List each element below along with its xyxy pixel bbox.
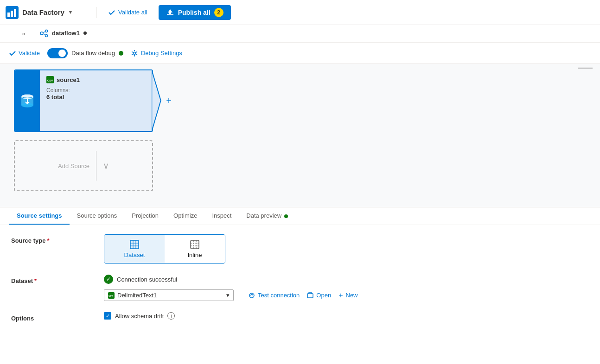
- svg-point-8: [45, 34, 48, 37]
- options-row: Options ✓ Allow schema drift i: [11, 312, 589, 329]
- source-node-title: CSV source1: [46, 76, 146, 83]
- top-separator: [96, 7, 97, 18]
- svg-point-6: [40, 32, 43, 35]
- dataset-label: Dataset*: [11, 275, 104, 284]
- brand-chevron[interactable]: ▾: [69, 9, 72, 15]
- source-node-body: CSV source1 Columns: 6 total: [40, 70, 152, 131]
- validate-all-button[interactable]: Validate all: [104, 7, 151, 18]
- tab-bar: « dataflow1: [0, 25, 600, 43]
- debug-toggle[interactable]: [47, 48, 68, 58]
- dataset-dropdown-icon: ▾: [226, 292, 230, 299]
- add-source-label: Add Source: [58, 163, 89, 169]
- source-node[interactable]: CSV source1 Columns: 6 total +: [14, 69, 153, 132]
- validate-button[interactable]: Validate: [9, 50, 40, 56]
- canvas-area[interactable]: CSV source1 Columns: 6 total + Add Sourc…: [0, 64, 600, 207]
- tab-dataflow1-label: dataflow1: [52, 30, 80, 37]
- source-type-label: Source type*: [11, 234, 104, 244]
- toolbar: Validate Data flow debug Debug Settings: [0, 43, 600, 64]
- inline-icon: [190, 239, 200, 250]
- open-button[interactable]: Open: [307, 292, 331, 299]
- panel-tab-optimize[interactable]: Optimize: [166, 207, 204, 225]
- data-preview-dot: [284, 214, 288, 218]
- dataflow-icon: [40, 29, 48, 38]
- svg-rect-3: [14, 9, 16, 17]
- publish-all-button[interactable]: Publish all 2: [159, 5, 231, 20]
- source-node-icon-area: [15, 70, 40, 131]
- svg-rect-17: [131, 51, 133, 52]
- svg-point-21: [21, 94, 33, 99]
- debug-settings-icon: [131, 50, 138, 57]
- source-node-meta: Columns:: [46, 87, 146, 94]
- dataset-select-value: DelimitedText1: [117, 292, 223, 299]
- panel-tab-projection[interactable]: Projection: [124, 207, 166, 225]
- allow-schema-drift-row: ✓ Allow schema drift i: [104, 312, 175, 320]
- connection-success-label: Connection successful: [117, 276, 177, 283]
- source-type-row: Source type* Dataset: [11, 234, 589, 264]
- debug-status-dot: [119, 51, 123, 56]
- svg-rect-1: [7, 13, 10, 17]
- nav-back-button[interactable]: «: [17, 27, 31, 41]
- minimize-handle[interactable]: [578, 68, 593, 70]
- top-bar: Data Factory ▾ Validate all Publish all …: [0, 0, 600, 25]
- new-icon: +: [338, 292, 343, 299]
- svg-rect-16: [131, 54, 133, 55]
- validate-icon: [108, 9, 115, 16]
- svg-line-9: [43, 31, 45, 33]
- allow-schema-drift-label: Allow schema drift: [115, 313, 164, 320]
- svg-rect-31: [191, 240, 199, 249]
- source-type-control: Dataset Inline: [104, 234, 589, 264]
- source-node-icon: [20, 93, 34, 109]
- debug-settings-button[interactable]: Debug Settings: [131, 50, 182, 57]
- connection-success-icon: ✓: [104, 275, 113, 284]
- allow-schema-info-icon[interactable]: i: [167, 312, 175, 320]
- panel-tab-source-settings[interactable]: Source settings: [9, 207, 70, 225]
- dataset-row: Dataset* ✓ Connection successful CSV: [11, 275, 589, 301]
- brand-label: Data Factory: [22, 8, 64, 16]
- source-type-dataset-button[interactable]: Dataset: [104, 235, 165, 263]
- dataset-control: ✓ Connection successful CSV DelimitedTex…: [104, 275, 589, 301]
- brand: Data Factory ▾: [6, 6, 89, 19]
- svg-point-7: [45, 30, 48, 32]
- svg-line-10: [43, 34, 45, 35]
- add-source-divider: [96, 151, 96, 181]
- source-type-inline-label: Inline: [187, 251, 202, 258]
- test-connection-button[interactable]: Test connection: [249, 292, 300, 299]
- options-label: Options: [11, 312, 104, 322]
- bottom-panel: Source settingsSource optionsProjectionO…: [0, 207, 600, 349]
- tab-unsaved-dot: [83, 31, 87, 35]
- publish-badge: 2: [214, 8, 223, 17]
- svg-rect-26: [130, 240, 139, 249]
- brand-icon: [6, 6, 19, 19]
- csv-icon: CSV: [46, 76, 54, 83]
- node-arrow: [152, 70, 162, 131]
- options-control: ✓ Allow schema drift i: [104, 312, 589, 320]
- panel-tab-data-preview[interactable]: Data preview: [239, 207, 295, 225]
- add-source-chevron[interactable]: ∨: [103, 161, 109, 171]
- svg-text:CSV: CSV: [47, 79, 53, 82]
- svg-rect-39: [307, 294, 313, 298]
- debug-toggle-label: Data flow debug: [71, 50, 115, 56]
- tab-dataflow1[interactable]: dataflow1: [32, 25, 94, 42]
- panel-tab-inspect[interactable]: Inspect: [204, 207, 239, 225]
- svg-rect-14: [136, 54, 138, 55]
- dataset-select[interactable]: CSV DelimitedText1 ▾: [104, 289, 234, 301]
- source-type-dataset-label: Dataset: [124, 251, 145, 258]
- dataset-actions: Test connection Open +: [249, 292, 358, 299]
- svg-marker-25: [152, 70, 160, 131]
- source-type-inline-button[interactable]: Inline: [165, 235, 225, 263]
- new-button[interactable]: + New: [338, 292, 357, 299]
- publish-icon: [166, 8, 174, 17]
- svg-marker-5: [168, 9, 172, 14]
- panel-content: Source type* Dataset: [0, 225, 600, 349]
- connection-success: ✓ Connection successful: [104, 275, 358, 284]
- panel-tab-source-options[interactable]: Source options: [70, 207, 125, 225]
- add-transformation-button[interactable]: +: [163, 95, 174, 107]
- svg-text:CSV: CSV: [109, 295, 113, 297]
- source-type-group: Dataset Inline: [104, 234, 225, 264]
- open-icon: [307, 292, 313, 299]
- allow-schema-drift-checkbox[interactable]: ✓: [104, 312, 111, 320]
- svg-rect-2: [11, 11, 13, 17]
- validate-check-icon: [9, 50, 16, 56]
- add-source-box[interactable]: Add Source ∨: [14, 140, 153, 191]
- source-node-columns: 6 total: [46, 94, 146, 100]
